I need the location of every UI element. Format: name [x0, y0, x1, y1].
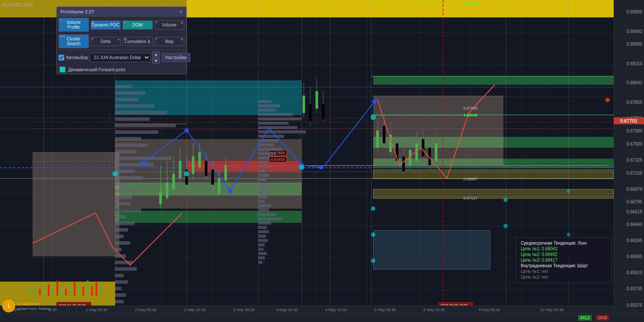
- forward-point-label: Динамический Forward-point: [68, 67, 125, 72]
- dashed-line-1: [0, 87, 614, 87]
- svg-rect-18: [115, 202, 130, 206]
- cluster-search-button[interactable]: B N Cluster Search: [59, 34, 89, 48]
- price-level-7: 0.67580: [627, 129, 642, 133]
- map-label: Map: [165, 39, 174, 44]
- svg-point-174: [605, 98, 610, 102]
- panel-title: ProVolume 2.07: [60, 9, 94, 14]
- svg-rect-45: [258, 139, 278, 142]
- svg-rect-47: [258, 148, 282, 151]
- instaforex-icon: i: [2, 299, 15, 312]
- time-label-10: 9 May 08:30: [479, 308, 500, 312]
- price-level-10: 0.67150: [627, 171, 642, 176]
- svg-rect-19: [115, 209, 141, 212]
- svg-rect-27: [115, 261, 132, 264]
- svg-rect-44: [258, 135, 284, 138]
- volume-profile-button[interactable]: V Volume Profile: [59, 18, 89, 32]
- price-level-14: 0.66440: [627, 222, 642, 227]
- beige-band-3: [373, 96, 503, 165]
- svg-rect-10: [115, 150, 137, 153]
- svg-rect-37: [258, 104, 280, 107]
- volume-histogram: [115, 80, 187, 315]
- green-count: 4413: [578, 315, 592, 321]
- svg-rect-2: [115, 98, 139, 101]
- svg-rect-46: [258, 143, 273, 146]
- svg-rect-58: [258, 196, 267, 199]
- svg-rect-42: [258, 126, 297, 129]
- forward-point-swatch: [59, 66, 66, 73]
- instaforex-brand: instaforex: [17, 301, 50, 307]
- volume-histogram-2: [258, 100, 310, 265]
- svg-rect-62: [258, 213, 276, 216]
- autovybor-checkbox[interactable]: [59, 55, 64, 60]
- svg-rect-30: [115, 280, 128, 284]
- svg-rect-22: [115, 228, 128, 232]
- price-level-5: 0.67855: [627, 100, 642, 105]
- pro-volume-panel: ProVolume 2.07 × V Volume Profile P Dyna…: [56, 7, 187, 74]
- price-level-2: 0.68385: [627, 42, 642, 46]
- price-level-19: 0.65375: [627, 303, 642, 308]
- svg-rect-24: [115, 241, 130, 245]
- volume-button[interactable]: F Volume ⚙: [154, 20, 185, 30]
- svg-rect-20: [115, 215, 126, 219]
- instaforex-tagline: Instant Forex Trading: [17, 307, 50, 311]
- mid-term-target1: Цель №1: 0.68042: [521, 246, 607, 252]
- settings-button[interactable]: Настройки: [161, 53, 191, 62]
- svg-rect-13: [115, 169, 135, 173]
- mid-term-target2: Цель №2: 0.68492: [521, 252, 607, 257]
- time-label-7: 4 May 16:30: [325, 308, 347, 312]
- bottom-bar: 4413 2848: [0, 313, 644, 322]
- dynamic-poc-label: Dynamic POC: [92, 23, 119, 27]
- svg-rect-61: [258, 209, 269, 212]
- svg-rect-6: [115, 124, 176, 127]
- svg-rect-64: [258, 222, 271, 225]
- svg-rect-1: [115, 91, 145, 95]
- cumulative-delta-button[interactable]: M Cumulative Δ: [122, 37, 153, 46]
- svg-rect-67: [258, 235, 266, 238]
- map-button[interactable]: F Map ⚙: [154, 37, 185, 46]
- time-label-5: 3 May 08:30: [233, 308, 255, 312]
- instrument-dropdown[interactable]: 23 JUN Australian Dollar: [90, 53, 151, 62]
- dropdown-up-button[interactable]: ▲: [152, 51, 160, 57]
- delta-label: Delta: [101, 39, 111, 44]
- autovybor-label: Автовыбор: [66, 55, 88, 60]
- forward-point-row: Динамический Forward-point: [57, 65, 186, 74]
- panel-close-button[interactable]: ×: [179, 8, 183, 15]
- svg-rect-69: [258, 243, 265, 246]
- svg-rect-71: [258, 252, 267, 255]
- chart-area: 0.67550 0.67470: [0, 0, 644, 322]
- svg-rect-43: [258, 130, 306, 133]
- green-band-top-right: [373, 76, 614, 85]
- time-label-11: 10 May 00:30: [540, 308, 564, 312]
- price-axis: 0.68565 0.68492 0.68385 0.68210 0.68042 …: [614, 0, 644, 322]
- dom-label: DOM: [132, 23, 142, 27]
- dynamic-poc-button[interactable]: P Dynamic POC: [91, 20, 121, 30]
- svg-rect-53: [258, 174, 269, 177]
- svg-rect-38: [258, 109, 276, 112]
- price-level-4: 0.68042: [627, 80, 642, 85]
- price-level-13: 0.66615: [627, 209, 642, 214]
- dropdown-row: Автовыбор 23 JUN Australian Dollar ▲ ▼ Н…: [57, 50, 186, 65]
- yellow-rect-right-1: [373, 169, 614, 179]
- svg-rect-21: [115, 222, 135, 225]
- svg-line-126: [323, 98, 378, 167]
- svg-rect-8: [115, 137, 141, 140]
- time-label-3: 2 May 00:30: [135, 308, 157, 312]
- current-price-badge: 0.67701: [614, 117, 644, 124]
- svg-rect-103: [322, 104, 325, 120]
- price-level-18: 0.65735: [627, 286, 642, 291]
- price-level-9: 0.67325: [627, 158, 642, 163]
- svg-rect-4: [115, 111, 167, 114]
- svg-rect-57: [258, 191, 270, 194]
- svg-rect-14: [115, 176, 143, 179]
- time-label-8: 5 May 08:30: [375, 308, 396, 312]
- svg-rect-52: [258, 169, 265, 173]
- dropdown-down-button[interactable]: ▼: [152, 58, 160, 64]
- volume-label: Volume: [162, 23, 177, 27]
- price-level-17: 0.65910: [627, 270, 642, 275]
- dom-button[interactable]: D DOM: [122, 20, 153, 30]
- cluster-search-label: Cluster Search: [67, 37, 81, 46]
- red-count: 2848: [595, 315, 609, 321]
- vert-dashed-session: [443, 0, 444, 313]
- delta-button[interactable]: P Delta ●: [91, 37, 121, 46]
- cumulative-delta-label: Cumulative Δ: [125, 39, 150, 44]
